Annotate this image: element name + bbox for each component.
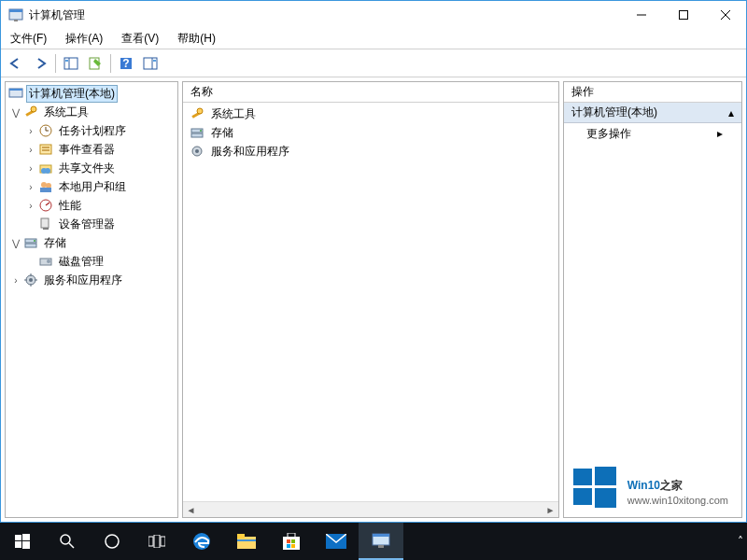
tree-device-manager[interactable]: 设备管理器 xyxy=(7,215,176,233)
collapse-icon[interactable]: ⋁ xyxy=(9,238,22,248)
search-button[interactable] xyxy=(45,523,90,560)
svg-rect-62 xyxy=(154,535,160,548)
svg-text:?: ? xyxy=(122,57,129,70)
list-item-label: 系统工具 xyxy=(211,106,256,122)
taskbar-store[interactable] xyxy=(269,523,314,560)
svg-rect-7 xyxy=(64,58,78,69)
list-item-system-tools[interactable]: 系统工具 xyxy=(187,105,555,123)
task-view-button[interactable] xyxy=(134,523,179,560)
svg-rect-31 xyxy=(40,188,51,192)
close-button[interactable] xyxy=(704,1,746,29)
svg-rect-77 xyxy=(378,545,384,548)
list-item-storage[interactable]: 存储 xyxy=(187,123,555,142)
expand-icon[interactable]: › xyxy=(24,145,37,155)
svg-rect-15 xyxy=(153,60,156,62)
search-icon xyxy=(59,533,76,550)
back-button[interactable] xyxy=(5,52,27,75)
window-title: 计算机管理 xyxy=(29,7,620,23)
menu-action[interactable]: 操作(A) xyxy=(62,29,106,49)
tree-services-apps[interactable]: › 服务和应用程序 xyxy=(7,271,176,289)
taskbar-mail[interactable] xyxy=(314,523,359,560)
show-action-pane-button[interactable] xyxy=(139,52,162,75)
menu-file[interactable]: 文件(F) xyxy=(7,29,50,49)
system-tray[interactable]: ˄ xyxy=(738,535,747,548)
tree-local-users[interactable]: › 本地用户和组 xyxy=(7,177,176,196)
tree-label: 事件查看器 xyxy=(56,141,118,159)
tree-root[interactable]: 计算机管理(本地) xyxy=(7,84,176,103)
svg-point-60 xyxy=(106,535,119,548)
menu-help[interactable]: 帮助(H) xyxy=(174,29,219,49)
system-tools-icon xyxy=(23,105,38,119)
svg-rect-17 xyxy=(9,89,22,91)
collapse-up-icon: ▴ xyxy=(728,106,734,119)
tree-label: 共享文件夹 xyxy=(56,160,118,177)
disk-icon xyxy=(38,254,53,269)
tree-storage[interactable]: ⋁ 存储 xyxy=(7,233,176,252)
system-tools-icon xyxy=(190,106,204,121)
mail-icon xyxy=(326,534,346,549)
list-pane: 名称 系统工具 存储 服务和应用程序 ◄ ► xyxy=(182,81,559,518)
scroll-left-icon[interactable]: ◄ xyxy=(183,502,199,517)
expand-icon[interactable]: › xyxy=(24,201,37,211)
taskbar-edge[interactable] xyxy=(179,523,224,560)
svg-rect-70 xyxy=(287,539,290,543)
expand-icon[interactable]: › xyxy=(24,182,37,192)
horizontal-scrollbar[interactable]: ◄ ► xyxy=(183,501,558,517)
action-group-header[interactable]: 计算机管理(本地) ▴ xyxy=(564,103,741,123)
properties-button[interactable] xyxy=(84,52,106,75)
minimize-button[interactable] xyxy=(620,1,662,29)
expand-icon[interactable]: › xyxy=(24,126,37,136)
menubar: 文件(F) 操作(A) 查看(V) 帮助(H) xyxy=(1,29,746,49)
tree-performance[interactable]: › 性能 xyxy=(7,196,176,215)
tree-root-label: 计算机管理(本地) xyxy=(26,85,118,103)
action-more[interactable]: 更多操作 ▸ xyxy=(564,123,741,144)
svg-rect-1 xyxy=(9,9,22,12)
menu-view[interactable]: 查看(V) xyxy=(118,29,162,49)
forward-button[interactable] xyxy=(29,52,51,75)
shared-folders-icon xyxy=(38,161,53,175)
tree-system-tools[interactable]: ⋁ 系统工具 xyxy=(7,103,176,121)
tree-task-scheduler[interactable]: › 任务计划程序 xyxy=(7,121,176,140)
svg-rect-61 xyxy=(148,537,153,546)
taskbar-computer-management[interactable] xyxy=(359,523,403,560)
tree-label: 设备管理器 xyxy=(56,216,118,233)
tree-shared-folders[interactable]: › 共享文件夹 xyxy=(7,159,176,177)
start-button[interactable] xyxy=(0,523,45,560)
users-icon xyxy=(38,179,53,194)
clock-icon xyxy=(38,123,53,138)
scroll-right-icon[interactable]: ► xyxy=(543,502,558,517)
list-header-name[interactable]: 名称 xyxy=(183,82,558,103)
svg-rect-57 xyxy=(22,541,30,549)
edge-icon xyxy=(191,531,212,552)
computer-management-icon xyxy=(8,86,23,101)
tray-up-icon[interactable]: ˄ xyxy=(738,535,743,548)
svg-point-28 xyxy=(45,168,50,174)
svg-line-59 xyxy=(69,543,74,548)
help-button[interactable]: ? xyxy=(115,52,137,75)
services-icon xyxy=(190,144,204,159)
tree-disk-management[interactable]: 磁盘管理 xyxy=(7,252,176,271)
svg-point-42 xyxy=(29,278,33,282)
action-pane: 操作 计算机管理(本地) ▴ 更多操作 ▸ xyxy=(563,81,742,518)
svg-point-49 xyxy=(195,149,199,153)
tree-label: 磁盘管理 xyxy=(56,253,106,271)
svg-point-40 xyxy=(47,259,50,263)
event-viewer-icon xyxy=(38,142,53,157)
expand-icon[interactable]: › xyxy=(24,163,37,174)
cortana-button[interactable] xyxy=(90,523,134,560)
services-icon xyxy=(23,273,38,287)
show-hide-tree-button[interactable] xyxy=(60,52,82,75)
folder-icon xyxy=(237,534,256,549)
list-item-services-apps[interactable]: 服务和应用程序 xyxy=(187,142,555,161)
tree-event-viewer[interactable]: › 事件查看器 xyxy=(7,140,176,159)
taskbar-explorer[interactable] xyxy=(224,523,269,560)
expand-icon[interactable]: › xyxy=(9,275,22,286)
maximize-button[interactable] xyxy=(662,1,704,29)
performance-icon xyxy=(38,198,53,213)
svg-rect-4 xyxy=(679,11,687,20)
svg-point-29 xyxy=(41,182,47,188)
app-icon xyxy=(8,7,23,22)
tree-label: 本地用户和组 xyxy=(56,178,129,196)
collapse-icon[interactable]: ⋁ xyxy=(9,107,22,118)
svg-rect-56 xyxy=(15,541,21,548)
